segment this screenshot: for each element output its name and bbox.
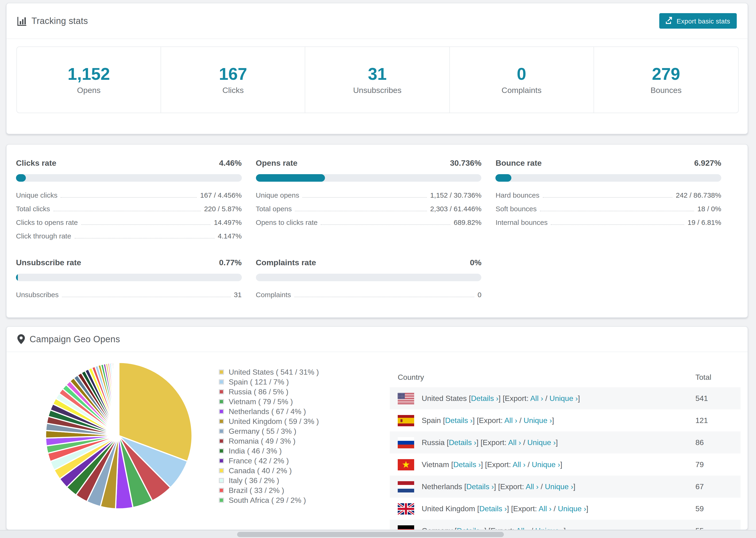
row-text: Export: [479, 416, 505, 424]
total-cell: 55 [695, 526, 740, 530]
country-cell-text: Netherlands [Details ›] [Export: All › /… [422, 482, 575, 491]
rate-row: Total clicks220 / 5.87% [16, 205, 242, 212]
pie-slice [119, 362, 119, 436]
legend-swatch [219, 439, 224, 444]
details-link[interactable]: Details › [479, 505, 507, 512]
geo-table-body: United States [Details ›] [Export: All ›… [390, 387, 740, 530]
flag-us-icon [398, 393, 414, 404]
legend-item[interactable]: Russia ( 86 / 5% ) [219, 387, 319, 397]
geo-opens-panel: Campaign Geo Opens United States ( 541 /… [6, 326, 748, 530]
rate-row-label: Complaints [256, 291, 291, 298]
export-unique-link[interactable]: Unique › [549, 394, 578, 402]
export-unique-link[interactable]: Unique › [532, 460, 560, 468]
export-all-link[interactable]: All › [508, 438, 521, 446]
dotted-leader [543, 197, 673, 198]
table-row: Vietnam [Details ›] [Export: All › / Uni… [390, 454, 740, 476]
legend-label: Canada ( 40 / 2% ) [229, 466, 292, 475]
rate-title: Bounce rate [496, 159, 542, 168]
legend-item[interactable]: India ( 46 / 3% ) [219, 446, 319, 456]
rate-row-value: 689.82% [454, 218, 481, 226]
export-unique-link[interactable]: Unique › [523, 416, 552, 424]
row-text: ] [578, 394, 580, 402]
scrollbar-thumb[interactable] [237, 532, 504, 537]
row-text: Spain [422, 416, 443, 424]
details-link[interactable]: Details › [471, 394, 499, 402]
row-text: / [525, 460, 532, 468]
rate-block-header: Unsubscribe rate0.77% [16, 258, 242, 268]
details-link[interactable]: Details › [466, 482, 494, 490]
export-unique-link[interactable]: Unique › [558, 505, 586, 512]
dotted-leader [295, 211, 427, 211]
legend-label: Netherlands ( 67 / 4% ) [229, 407, 306, 416]
legend-item[interactable]: Romania ( 49 / 3% ) [219, 436, 319, 446]
row-text: Netherlands [422, 482, 464, 490]
rate-progress-bar [16, 274, 242, 281]
export-button-label: Export basic stats [676, 17, 730, 25]
summary-card-label: Bounces [651, 86, 681, 95]
legend-label: United States ( 541 / 31% ) [229, 368, 319, 376]
export-all-link[interactable]: All › [504, 416, 517, 424]
row-text: / [529, 526, 535, 530]
export-all-link[interactable]: All › [526, 482, 539, 490]
row-text: ] [ [507, 505, 513, 512]
legend-label: Romania ( 49 / 3% ) [229, 437, 296, 445]
row-text: ] [ [494, 482, 500, 490]
rate-progress-fill [16, 274, 18, 281]
dotted-leader [62, 297, 231, 297]
horizontal-scrollbar[interactable] [0, 530, 756, 538]
export-basic-stats-button[interactable]: Export basic stats [659, 13, 737, 28]
row-text: ] [560, 460, 562, 468]
pie-legend: United States ( 541 / 31% )Spain ( 121 /… [219, 367, 319, 505]
flag-vn-icon [398, 459, 414, 470]
export-unique-link[interactable]: Unique › [527, 438, 556, 446]
row-text: [ [455, 526, 457, 530]
legend-item[interactable]: Italy ( 36 / 2% ) [219, 476, 319, 485]
dotted-leader [321, 224, 450, 225]
row-text: Export: [513, 505, 539, 512]
legend-item[interactable]: Germany ( 55 / 3% ) [219, 426, 319, 436]
legend-item[interactable]: Brazil ( 33 / 2% ) [219, 485, 319, 495]
legend-item[interactable]: United States ( 541 / 31% ) [219, 367, 319, 377]
legend-item[interactable]: Vietnam ( 79 / 5% ) [219, 397, 319, 406]
legend-label: Brazil ( 33 / 2% ) [229, 486, 284, 495]
legend-item[interactable]: South Africa ( 29 / 2% ) [219, 495, 319, 505]
export-all-link[interactable]: All › [513, 460, 525, 468]
total-cell: 541 [695, 394, 740, 403]
export-unique-link[interactable]: Unique › [535, 526, 564, 530]
legend-item[interactable]: Netherlands ( 67 / 4% ) [219, 406, 319, 416]
export-all-link[interactable]: All › [530, 394, 543, 402]
details-link[interactable]: Details › [453, 460, 481, 468]
legend-item[interactable]: Canada ( 40 / 2% ) [219, 466, 319, 476]
details-link[interactable]: Details › [449, 438, 476, 446]
rate-progress-fill [256, 174, 325, 182]
legend-item[interactable]: United Kingdom ( 59 / 3% ) [219, 416, 319, 426]
country-cell-text: Germany [Details ›] [Export: All › / Uni… [422, 526, 566, 530]
export-all-link[interactable]: All › [516, 526, 529, 530]
legend-item[interactable]: France ( 42 / 2% ) [219, 456, 319, 466]
export-all-link[interactable]: All › [539, 505, 552, 512]
export-unique-link[interactable]: Unique › [545, 482, 573, 490]
legend-label: France ( 42 / 2% ) [229, 457, 289, 465]
rate-progress-bar [16, 174, 242, 182]
details-link[interactable]: Details › [457, 526, 484, 530]
row-text: / [543, 394, 550, 402]
column-header-country: Country [390, 373, 695, 381]
rate-row-value: 2,303 / 61.446% [430, 205, 482, 213]
legend-swatch [219, 379, 224, 385]
country-cell-text: United States [Details ›] [Export: All ›… [422, 394, 580, 403]
row-text: Export: [490, 526, 516, 530]
row-text: Export: [483, 438, 508, 446]
rate-row-label: Opens to clicks rate [256, 218, 317, 226]
rate-row-value: 167 / 4.456% [200, 191, 242, 199]
rate-row: Total opens2,303 / 61.446% [256, 205, 481, 212]
total-cell: 79 [695, 460, 740, 469]
rate-rows: Unique opens1,152 / 30.736%Total opens2,… [256, 191, 481, 226]
rate-row: Click through rate4.147% [16, 232, 242, 240]
dotted-leader [551, 224, 684, 225]
details-link[interactable]: Details › [445, 416, 473, 424]
export-icon [666, 17, 673, 25]
row-text: United States [422, 394, 469, 402]
row-text: ] [ [481, 460, 487, 468]
page: Tracking stats Export basic stats 1,152O… [0, 0, 756, 538]
legend-item[interactable]: Spain ( 121 / 7% ) [219, 377, 319, 387]
